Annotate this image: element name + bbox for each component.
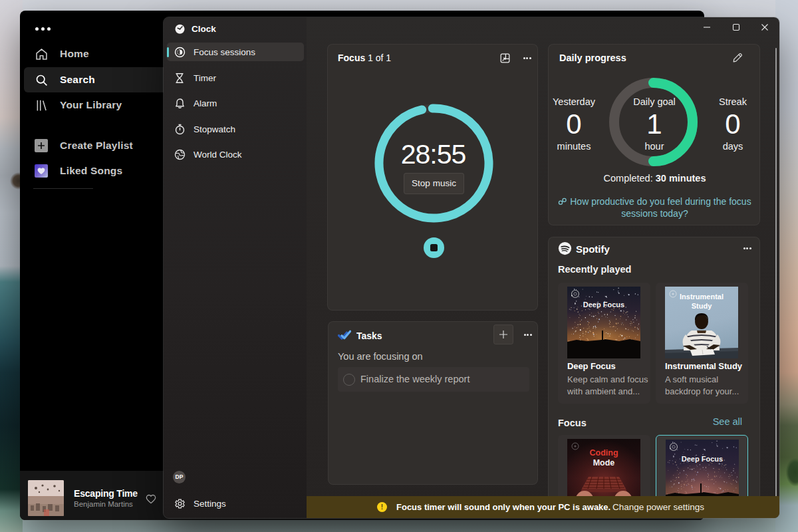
svg-text:Deep Focus: Deep Focus — [583, 301, 624, 309]
svg-text:Instrumental: Instrumental — [680, 293, 724, 301]
svg-text:Coding: Coding — [589, 448, 618, 458]
svg-text:Study: Study — [692, 302, 712, 310]
svg-text:Mode: Mode — [593, 458, 615, 467]
svg-text:Deep Focus: Deep Focus — [682, 455, 723, 463]
